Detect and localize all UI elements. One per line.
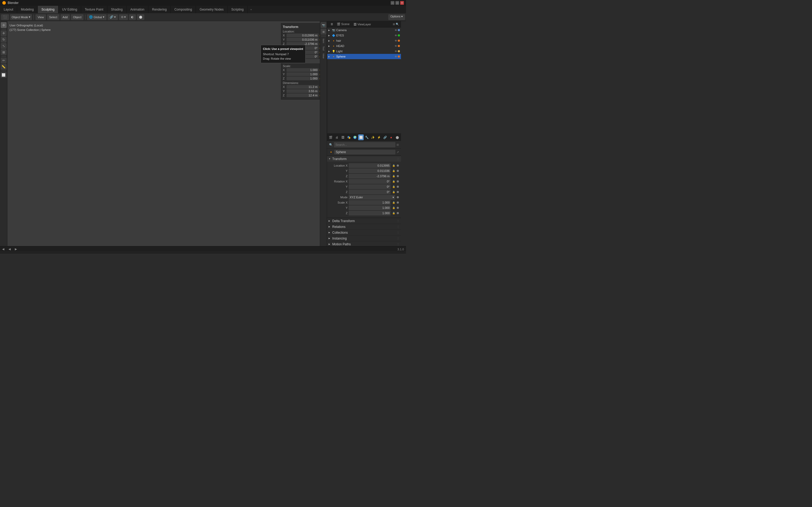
snap-button[interactable]: 🔗 ▾ <box>108 14 118 20</box>
motion-paths-menu[interactable]: ⋮ <box>397 243 399 245</box>
object-name-expand-icon[interactable]: ↗ <box>397 151 399 154</box>
rotation-z-dot[interactable] <box>397 191 399 193</box>
tree-item-eyes[interactable]: ▶ 🔷 EYES 👁 <box>327 33 401 38</box>
location-x-lock-icon[interactable]: 🔒 <box>392 164 395 167</box>
physics-props-btn[interactable]: ⚡ <box>376 134 382 140</box>
loc-y-value[interactable]: 0.011036 m <box>287 38 318 42</box>
mode-dropdown[interactable]: Object Mode ▾ <box>10 14 32 20</box>
shading-mode-button[interactable]: ◐ <box>129 14 136 20</box>
start-button[interactable]: ⊞ <box>27 253 35 254</box>
rotation-y-dot[interactable] <box>397 186 399 188</box>
rotation-z-field[interactable]: 0° <box>349 189 391 194</box>
delta-transform-header[interactable]: ▶ Delta Transform ⋮ <box>327 218 401 224</box>
view-tab[interactable]: View <box>322 52 325 59</box>
relations-menu[interactable]: ⋮ <box>397 225 399 228</box>
maximize-button[interactable]: □ <box>395 1 399 5</box>
select-menu[interactable]: Select <box>47 14 59 20</box>
viewport[interactable]: User Orthographic (Local) (177) Scene Co… <box>7 21 327 246</box>
render-props-btn[interactable]: 🎬 <box>328 134 334 140</box>
rotation-x-dot[interactable] <box>397 180 399 182</box>
tab-modeling[interactable]: Modeling <box>17 6 38 13</box>
scale-x-field[interactable]: 1.000 <box>349 200 391 205</box>
relations-header[interactable]: ▶ Relations ⋮ <box>327 224 401 229</box>
light-visibility-icon[interactable]: 👁 <box>395 50 397 53</box>
rotation-y-field[interactable]: 0° <box>349 184 391 189</box>
sphere-visibility-icon[interactable]: 👁 <box>395 55 397 58</box>
taskbar-app-files[interactable]: 🗂 <box>62 253 70 254</box>
taskbar-app-blender[interactable]: 🟠 <box>113 253 121 254</box>
props-search-input[interactable] <box>334 142 395 147</box>
transform-space-button[interactable]: 🌐 Global ▾ <box>87 14 106 20</box>
tree-item-camera[interactable]: ▶ 📷 Camera 👁 <box>327 27 401 33</box>
transform-tool[interactable]: ⊞ <box>1 49 7 55</box>
modifier-props-btn[interactable]: 🔧 <box>364 134 370 140</box>
scale-y-lock-icon[interactable]: 🔒 <box>392 207 395 209</box>
location-z-field[interactable]: -2.3796 m <box>349 174 391 178</box>
taskbar-app-store[interactable]: 🛒 <box>70 253 79 254</box>
hair-visibility-icon[interactable]: 👁 <box>395 39 397 42</box>
scene-label[interactable]: 🎬 Scene <box>335 22 351 26</box>
overlay-button[interactable]: ⬤ <box>137 14 144 20</box>
view-menu[interactable]: View <box>36 14 46 20</box>
editor-type-button[interactable]: ⬛ <box>1 14 9 20</box>
location-z-lock-icon[interactable]: 🔒 <box>392 175 395 177</box>
taskbar-app-dell[interactable]: 🔵 <box>79 253 87 254</box>
object-props-btn[interactable]: ⬜ <box>358 134 364 140</box>
annotate-tool[interactable]: ✏ <box>1 58 7 63</box>
grid-icon-btn[interactable]: ⊞ <box>321 29 326 35</box>
close-button[interactable]: ✕ <box>400 1 404 5</box>
location-y-field[interactable]: 0.011036 <box>349 168 391 173</box>
tab-rendering[interactable]: Rendering <box>148 6 170 13</box>
instancing-header[interactable]: ▶ Instancing ⋮ <box>327 235 401 241</box>
scale-y-dot[interactable] <box>397 207 399 209</box>
constraints-props-btn[interactable]: 🔗 <box>382 134 388 140</box>
outliner-menu-icon[interactable]: ☰ <box>329 22 334 27</box>
add-workspace-button[interactable]: + <box>248 6 255 13</box>
rotation-x-field[interactable]: 0° <box>349 179 391 184</box>
scale-x-dot[interactable] <box>397 202 399 204</box>
tree-item-light[interactable]: ▶ 💡 Light 👁 <box>327 49 401 54</box>
minimize-button[interactable]: ─ <box>391 1 394 5</box>
scale-y-value[interactable]: 1.000 <box>287 72 318 76</box>
mode-select-field[interactable]: XYZ Euler ▾ <box>349 195 395 200</box>
tab-geometry-nodes[interactable]: Geometry Nodes <box>196 6 227 13</box>
rotation-z-lock-icon[interactable]: 🔒 <box>392 191 395 193</box>
scale-z-field[interactable]: 1.000 <box>349 211 391 216</box>
dim-y-value[interactable]: 3.55 m <box>287 89 318 93</box>
camera-icon-btn[interactable]: 📷 <box>321 22 326 28</box>
taskbar-app-explorer[interactable]: 📁 <box>45 253 53 254</box>
move-tool[interactable]: ✛ <box>1 31 7 36</box>
tab-uv-editing[interactable]: UV Editing <box>58 6 81 13</box>
data-props-btn[interactable]: 🔺 <box>388 134 394 140</box>
world-props-btn[interactable]: 🌍 <box>352 134 358 140</box>
tree-item-sphere[interactable]: ▶ 🔸 Sphere 👁 <box>327 54 401 59</box>
measure-tool[interactable]: 📏 <box>1 64 7 70</box>
options-button[interactable]: Options ▾ <box>388 14 405 20</box>
search-icon[interactable]: 🔍 <box>396 23 399 25</box>
tab-layout[interactable]: Layout <box>0 6 17 13</box>
scale-x-lock-icon[interactable]: 🔒 <box>392 201 395 204</box>
tool-tab[interactable]: Tool <box>322 45 325 52</box>
output-props-btn[interactable]: 🖨 <box>334 134 340 140</box>
rotation-y-lock-icon[interactable]: 🔒 <box>392 185 395 188</box>
cursor-tool[interactable]: ⊹ <box>1 22 7 28</box>
tab-shading[interactable]: Shading <box>107 6 126 13</box>
motion-paths-header[interactable]: ▶ Motion Paths ⋮ <box>327 241 401 246</box>
taskbar-app-chat[interactable]: 💬 <box>54 253 62 254</box>
tree-item-hair[interactable]: ▶ 🔸 hair 👁 <box>327 38 401 43</box>
instancing-menu[interactable]: ⋮ <box>397 237 399 240</box>
eyes-visibility-icon[interactable]: 👁 <box>395 34 397 37</box>
tree-item-head[interactable]: ▶ 🔸 HEAD 👁 <box>327 43 401 49</box>
taskbar-app-mail[interactable]: 📧 <box>88 253 95 254</box>
dim-z-value[interactable]: 12.4 m <box>287 94 318 97</box>
taskbar-search-button[interactable]: 🔍 <box>36 253 42 254</box>
transform-section-header[interactable]: ▼ Transform ⋮ <box>327 156 401 162</box>
object-menu[interactable]: Object <box>71 14 84 20</box>
tab-compositing[interactable]: Compositing <box>171 6 196 13</box>
filter-icon[interactable]: ⊞ <box>393 23 395 25</box>
item-tab[interactable]: Item <box>322 38 325 44</box>
location-x-field[interactable]: 0.013995 <box>349 163 391 168</box>
location-y-lock-icon[interactable]: 🔒 <box>392 170 395 172</box>
scale-z-lock-icon[interactable]: 🔒 <box>392 212 395 214</box>
scene-props-btn[interactable]: 🎭 <box>346 134 352 140</box>
